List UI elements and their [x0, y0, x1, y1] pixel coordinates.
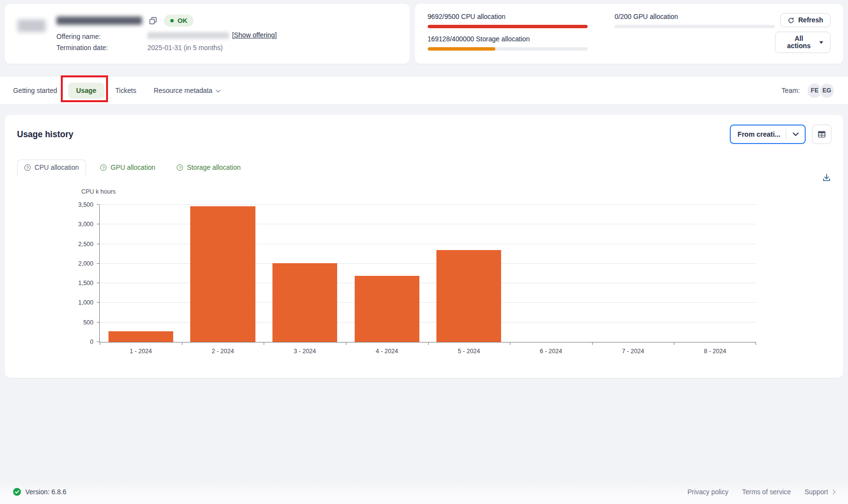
- download-chart-button[interactable]: [822, 173, 831, 184]
- chart-tab-gpu-allocation[interactable]: GPU allocation: [93, 160, 162, 176]
- avatar[interactable]: EG: [819, 83, 835, 99]
- help-circle-icon: [24, 164, 31, 171]
- cpu-allocation-block: 9692/9500 CPU allocation: [428, 13, 588, 28]
- y-axis-tick-label: 3,500: [78, 201, 93, 208]
- y-axis-tickmark: [97, 224, 100, 224]
- x-axis-tick-label: 1 - 2024: [129, 348, 152, 355]
- chevron-down-icon: [216, 88, 220, 92]
- chart-tab-cpu-allocation[interactable]: CPU allocation: [17, 160, 86, 176]
- chevron-right-icon: [831, 489, 836, 494]
- tab-usage[interactable]: Usage: [68, 83, 105, 99]
- period-select-value: From creati...: [731, 130, 786, 138]
- show-offering-link[interactable]: [Show offering]: [232, 32, 277, 39]
- bar-2 - 2024[interactable]: [190, 206, 255, 342]
- refresh-icon: [788, 17, 794, 24]
- x-axis-tick-label: 6 - 2024: [540, 348, 562, 355]
- x-axis-tickmark: [510, 342, 510, 345]
- resource-tabbar: Getting started Usage Tickets Resource m…: [0, 77, 848, 104]
- table-view-button[interactable]: [812, 125, 831, 144]
- storage-allocation-label: 169128/400000 Storage allocation: [428, 36, 588, 43]
- tab-getting-started[interactable]: Getting started: [13, 87, 57, 94]
- x-axis-tick-label: 2 - 2024: [212, 348, 234, 355]
- page-title: Usage history: [17, 129, 73, 140]
- support-link-label: Support: [805, 488, 828, 496]
- allocations-card: 9692/9500 CPU allocation 169128/400000 S…: [415, 4, 843, 64]
- y-axis-tick-label: 3,000: [78, 221, 93, 228]
- y-axis-tickmark: [97, 283, 100, 283]
- y-axis-tickmark: [97, 302, 100, 303]
- bar-3 - 2024[interactable]: [272, 263, 337, 342]
- status-badge-label: OK: [178, 17, 187, 24]
- termination-date-label: Termination date:: [56, 45, 147, 52]
- x-axis-tickmark: [182, 342, 182, 345]
- y-axis-tick-label: 2,500: [78, 241, 93, 248]
- offering-name-label: Offering name:: [56, 34, 147, 40]
- support-link[interactable]: Support: [805, 488, 835, 496]
- cpu-allocation-progressbar: [428, 25, 588, 28]
- bar-4 - 2024[interactable]: [355, 276, 419, 342]
- team-avatars: FE EG: [807, 83, 835, 99]
- y-axis-tickmark: [97, 244, 100, 244]
- y-axis-title: CPU k hours: [81, 188, 116, 195]
- caret-down-icon: [819, 41, 823, 44]
- x-axis-tickmark: [100, 342, 100, 345]
- x-axis-tick-label: 7 - 2024: [622, 348, 644, 355]
- bar-1 - 2024[interactable]: [108, 331, 173, 342]
- copy-icon[interactable]: [148, 16, 158, 25]
- x-axis-tickmark: [674, 342, 674, 345]
- chart-metric-tabs: CPU allocation GPU allocation Storage al…: [17, 160, 843, 176]
- chevron-down-icon: [793, 132, 799, 136]
- bar-5 - 2024[interactable]: [436, 250, 501, 342]
- terms-of-service-link[interactable]: Terms of service: [742, 488, 791, 496]
- gridline: [100, 204, 756, 205]
- x-axis-tickmark: [756, 342, 756, 345]
- tab-tickets[interactable]: Tickets: [115, 87, 136, 94]
- gpu-allocation-progressbar: [614, 25, 775, 28]
- chart-tab-label: CPU allocation: [35, 164, 79, 171]
- chart-tab-label: Storage allocation: [187, 164, 240, 171]
- y-axis-tickmark: [97, 263, 100, 264]
- status-dot-icon: [170, 19, 174, 22]
- chart-tab-storage-allocation[interactable]: Storage allocation: [169, 160, 248, 176]
- storage-allocation-progress-fill: [428, 47, 495, 51]
- cpu-allocation-progress-fill: [428, 25, 588, 28]
- status-badge: OK: [164, 15, 194, 27]
- top-row: OK Offering name: [Show offering] Termin…: [0, 0, 848, 64]
- table-icon: [817, 130, 826, 139]
- x-axis-tick-label: 4 - 2024: [376, 348, 398, 355]
- footer: Version: 6.8.6 Privacy policy Terms of s…: [0, 480, 848, 504]
- y-axis-tick-label: 500: [83, 319, 93, 326]
- help-circle-icon: [177, 164, 183, 171]
- resource-title-redacted: [56, 17, 142, 25]
- chart-tab-label: GPU allocation: [110, 164, 155, 171]
- refresh-button[interactable]: Refresh: [780, 13, 830, 27]
- y-axis-tick-label: 1,500: [78, 280, 93, 287]
- cpu-allocation-label: 9692/9500 CPU allocation: [428, 13, 588, 20]
- x-axis-tick-label: 8 - 2024: [704, 348, 726, 355]
- x-axis-tickmark: [264, 342, 264, 345]
- download-icon: [822, 173, 831, 182]
- y-axis-tick-label: 1,000: [78, 299, 93, 306]
- resource-info: OK Offering name: [Show offering] Termin…: [56, 15, 397, 53]
- x-axis-tickmark: [346, 342, 346, 345]
- usage-history-card: Usage history From creati...: [5, 115, 843, 378]
- storage-allocation-block: 169128/400000 Storage allocation: [428, 36, 588, 51]
- page: OK Offering name: [Show offering] Termin…: [0, 0, 848, 504]
- y-axis-tick-label: 0: [90, 339, 93, 345]
- x-axis-tick-label: 3 - 2024: [294, 348, 316, 355]
- tab-resource-metadata[interactable]: Resource metadata: [154, 87, 219, 94]
- y-axis-tickmark: [97, 204, 100, 205]
- bar-chart-plot: 05001,0001,5002,0002,5003,0003,5001 - 20…: [99, 205, 756, 342]
- tab-resource-metadata-label: Resource metadata: [154, 87, 212, 94]
- resource-logo-redacted: [18, 19, 46, 32]
- storage-allocation-progressbar: [428, 47, 588, 51]
- period-select-dropdown[interactable]: From creati...: [730, 125, 806, 144]
- x-axis-tickmark: [428, 342, 429, 345]
- privacy-policy-link[interactable]: Privacy policy: [687, 488, 728, 496]
- all-actions-button[interactable]: All actions: [775, 32, 830, 53]
- resource-summary-card: OK Offering name: [Show offering] Termin…: [5, 4, 410, 64]
- gpu-allocation-label: 0/200 GPU allocation: [614, 13, 775, 20]
- y-axis-tick-label: 2,000: [78, 260, 93, 267]
- x-axis-tick-label: 5 - 2024: [458, 348, 480, 355]
- termination-date-value: 2025-01-31 (in 5 months): [147, 45, 223, 52]
